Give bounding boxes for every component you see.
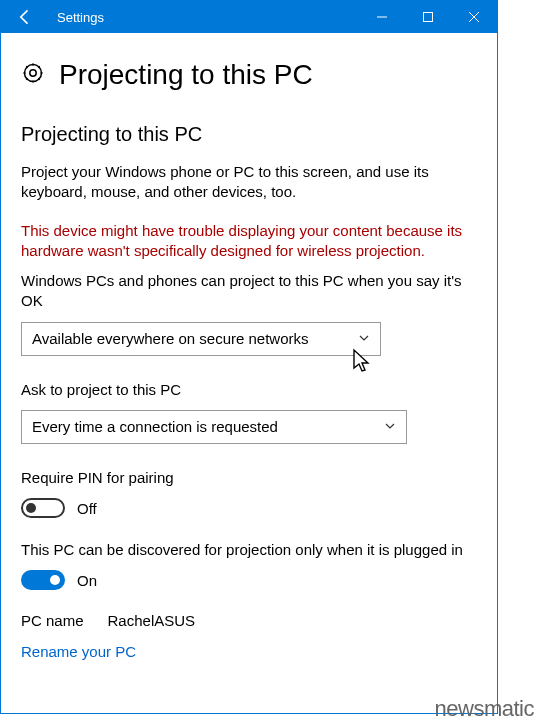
require-pin-label: Require PIN for pairing xyxy=(21,468,477,488)
maximize-button[interactable] xyxy=(405,1,451,33)
projection-availability-dropdown[interactable]: Available everywhere on secure networks xyxy=(21,322,381,356)
page-title: Projecting to this PC xyxy=(59,59,313,91)
minimize-button[interactable] xyxy=(359,1,405,33)
discover-plugged-toggle[interactable] xyxy=(21,570,65,590)
svg-rect-1 xyxy=(424,13,433,22)
titlebar: Settings xyxy=(1,1,497,33)
pc-name-label: PC name xyxy=(21,612,84,629)
discover-plugged-label: This PC can be discovered for projection… xyxy=(21,540,477,560)
hardware-warning: This device might have trouble displayin… xyxy=(21,221,477,262)
svg-point-4 xyxy=(30,70,36,76)
dropdown-value: Every time a connection is requested xyxy=(32,418,384,435)
dropdown-value: Available everywhere on secure networks xyxy=(32,330,358,347)
chevron-down-icon xyxy=(384,418,396,435)
section-title: Projecting to this PC xyxy=(21,123,477,146)
close-button[interactable] xyxy=(451,1,497,33)
discover-plugged-state: On xyxy=(77,572,97,589)
watermark: newsmatic xyxy=(435,696,534,722)
require-pin-state: Off xyxy=(77,500,97,517)
app-title: Settings xyxy=(57,10,359,25)
rename-pc-link[interactable]: Rename your PC xyxy=(21,643,477,660)
require-pin-toggle[interactable] xyxy=(21,498,65,518)
pc-name-value: RachelASUS xyxy=(108,612,196,629)
ask-to-project-label: Ask to project to this PC xyxy=(21,380,477,400)
section-description: Project your Windows phone or PC to this… xyxy=(21,162,477,203)
chevron-down-icon xyxy=(358,330,370,347)
ask-to-project-dropdown[interactable]: Every time a connection is requested xyxy=(21,410,407,444)
svg-point-5 xyxy=(25,65,42,82)
gear-icon xyxy=(21,61,45,89)
projection-availability-label: Windows PCs and phones can project to th… xyxy=(21,271,477,312)
back-button[interactable] xyxy=(1,1,49,33)
